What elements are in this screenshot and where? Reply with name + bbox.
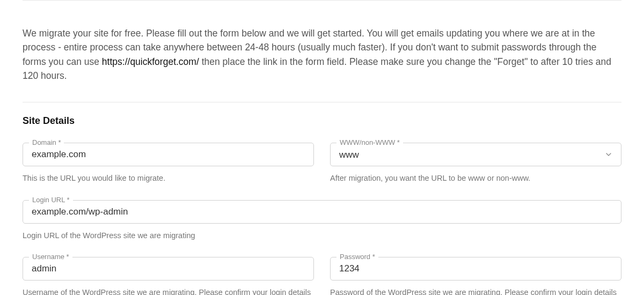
domain-field: Domain * This is the URL you would like … xyxy=(23,143,314,185)
login-url-helper: Login URL of the WordPress site we are m… xyxy=(23,229,621,242)
section-divider xyxy=(23,102,621,102)
username-field: Username * Username of the WordPress sit… xyxy=(23,257,314,295)
www-label: WWW/non-WWW * xyxy=(336,138,403,146)
login-url-field: Login URL * Login URL of the WordPress s… xyxy=(23,200,621,242)
password-label: Password * xyxy=(336,253,378,261)
section-title: Site Details xyxy=(23,115,621,127)
top-divider xyxy=(23,0,621,1)
password-field: Password * Password of the WordPress sit… xyxy=(330,257,621,295)
login-url-label: Login URL * xyxy=(29,196,73,204)
intro-text: We migrate your site for free. Please fi… xyxy=(23,26,621,83)
domain-helper: This is the URL you would like to migrat… xyxy=(23,172,314,185)
login-url-input[interactable] xyxy=(23,200,621,224)
password-helper: Password of the WordPress site we are mi… xyxy=(330,286,621,295)
quickforget-link[interactable]: https://quickforget.com/ xyxy=(102,56,199,67)
username-label: Username * xyxy=(29,253,72,261)
domain-input[interactable] xyxy=(23,143,314,166)
www-helper: After migration, you want the URL to be … xyxy=(330,172,621,185)
username-helper: Username of the WordPress site we are mi… xyxy=(23,286,314,295)
domain-label: Domain * xyxy=(29,138,64,146)
www-field: WWW/non-WWW * www After migration, you w… xyxy=(330,143,621,185)
